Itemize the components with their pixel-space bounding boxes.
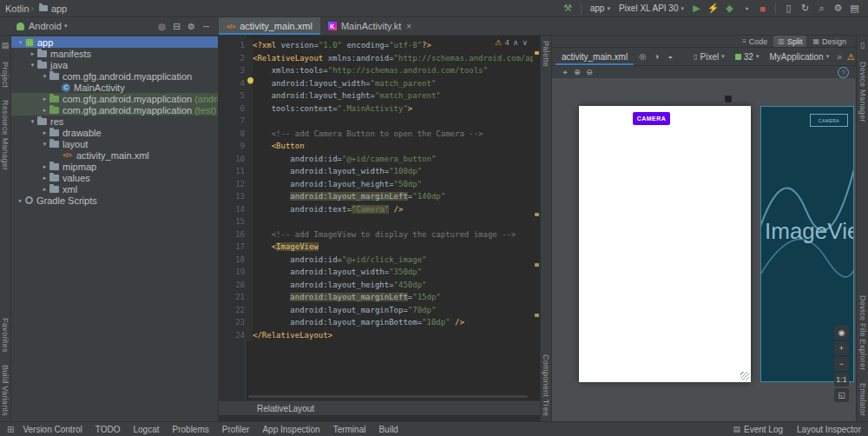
line-number[interactable]: 17 (219, 241, 253, 254)
line-number[interactable]: 11 (219, 165, 253, 178)
line-number[interactable]: 1 (219, 39, 253, 52)
tree-row-drawable[interactable]: ▸drawable (11, 127, 218, 138)
editor-tab-activity-main-xml[interactable]: </>activity_main.xml (219, 17, 320, 35)
status-build[interactable]: Build (378, 425, 398, 434)
zoom-out-tool-icon[interactable]: ⊖ (583, 67, 595, 77)
line-number[interactable]: 6 (219, 102, 253, 116)
stop-icon[interactable]: ■ (754, 1, 771, 16)
error-stripe[interactable] (534, 36, 540, 400)
tree-row-com-gfg-android-myapplication-androidtest[interactable]: ▸com.gfg.android.myapplication(androidTe… (11, 93, 218, 104)
editor-tab-mainactivity-kt[interactable]: KMainActivity.kt× (320, 17, 419, 35)
mode-code[interactable]: ≡Code (738, 36, 772, 47)
tool-tab-emulator[interactable]: Emulator (858, 383, 867, 416)
locate-file-icon[interactable]: ◎ (155, 19, 169, 34)
tree-row-java[interactable]: ▾java (11, 59, 218, 70)
line-number[interactable]: 2 (219, 52, 253, 65)
system-ui-icon[interactable]: ◒ (663, 50, 677, 64)
tool-tab-device-file-explorer[interactable]: Device File Explorer (858, 295, 867, 371)
intention-bulb-icon[interactable] (247, 77, 253, 83)
project-view-selector[interactable]: Android (29, 21, 62, 31)
code-editor[interactable]: 1<?xml version="1.0" encoding="utf-8"?>2… (219, 36, 540, 400)
line-number[interactable]: 12 (219, 178, 253, 191)
design-theme-select[interactable]: MyApplication ▾ (765, 50, 833, 64)
tool-windows-toggle-icon[interactable]: ⊞ (7, 425, 14, 434)
profiler-icon[interactable]: ◔ (738, 1, 754, 16)
breadcrumb-module[interactable]: app (51, 3, 67, 14)
overflow-icon[interactable]: » (837, 52, 842, 62)
pointer-icon[interactable]: ⌖ (559, 67, 571, 77)
line-number[interactable]: 16 (219, 228, 253, 241)
line-number[interactable]: 21 (219, 291, 253, 304)
notifications-icon[interactable]: ▤ (846, 1, 863, 16)
tree-row-layout[interactable]: ▾layout (11, 138, 218, 149)
zoom-out-icon[interactable]: − (834, 357, 849, 371)
tool-tab-project[interactable]: Project (1, 62, 10, 88)
run-icon[interactable]: ▶ (688, 1, 705, 16)
night-mode-icon[interactable]: ◑ (649, 50, 663, 64)
line-number[interactable]: 19 (219, 266, 253, 279)
project-tree[interactable]: ▾app▸manifests▾java▾com.gfg.android.myap… (11, 36, 219, 421)
design-surface[interactable]: CAMERA CAMERA ImageView ◉+−1:1◱ (552, 78, 856, 421)
zoom-in-icon[interactable]: + (834, 341, 849, 355)
line-number[interactable]: 7 (219, 115, 253, 128)
camera-button-preview[interactable]: CAMERA (633, 112, 670, 125)
zoom-reset-icon[interactable]: 1:1 (834, 373, 849, 386)
line-number[interactable]: 5 (219, 89, 253, 102)
status-version-control[interactable]: Version Control (23, 425, 82, 434)
status-logcat[interactable]: Logcat (133, 425, 159, 434)
status-problems[interactable]: Problems (173, 425, 209, 434)
tree-row-xml[interactable]: ▸xml (11, 183, 218, 195)
line-number[interactable]: 3 (219, 64, 253, 77)
line-number[interactable]: 24 (219, 329, 253, 342)
horizontal-scrollbar[interactable] (248, 395, 528, 398)
tree-row-gradle-scripts[interactable]: ▸Gradle Scripts (11, 195, 218, 206)
tree-row-manifests[interactable]: ▸manifests (11, 48, 218, 59)
run-config-select[interactable]: app ▾ (586, 1, 615, 16)
tree-row-mipmap[interactable]: ▸mipmap (11, 161, 218, 172)
line-number[interactable]: 20 (219, 279, 253, 292)
status-layout-inspector[interactable]: Layout Inspector (797, 425, 861, 434)
device-manager-icon[interactable]: ▯ (780, 1, 797, 16)
collapse-all-icon[interactable]: ⊟ (169, 19, 184, 34)
line-number[interactable]: 10 (219, 153, 253, 166)
zoom-fit-icon[interactable]: ◱ (834, 388, 849, 402)
inspections-widget[interactable]: ⚠ 4 ∧ ∨ (495, 38, 528, 47)
settings-gear-icon[interactable]: ⚙ (830, 1, 846, 16)
design-api-select[interactable]: 32 ▾ (731, 50, 764, 64)
line-number[interactable]: 18 (219, 254, 253, 267)
status-terminal[interactable]: Terminal (333, 425, 366, 434)
line-number[interactable]: 8 (219, 128, 253, 141)
tool-tab-device-manager[interactable]: Device Manager (858, 62, 867, 122)
sync-project-icon[interactable]: ↻ (797, 1, 813, 16)
apply-changes-icon[interactable]: ⚡ (705, 1, 721, 16)
tree-row-values[interactable]: ▸values (11, 172, 218, 183)
panel-options-icon[interactable]: ⚙ (184, 19, 199, 34)
design-device-screen[interactable]: CAMERA (579, 106, 751, 382)
tree-row-mainactivity[interactable]: MainActivity (11, 82, 218, 93)
camera-button-blueprint[interactable]: CAMERA (810, 114, 848, 127)
design-file-tab[interactable]: activity_main.xml (556, 48, 634, 65)
view-options-icon[interactable]: ◎ (635, 50, 649, 64)
mode-split[interactable]: ▥Split (773, 36, 806, 47)
pan-icon[interactable]: ◉ (834, 326, 849, 340)
device-select[interactable]: Pixel XL API 30 ▾ (615, 1, 688, 16)
line-number[interactable]: 14 (219, 203, 253, 216)
status-todo[interactable]: TODO (95, 425, 121, 434)
line-number[interactable]: 9 (219, 140, 253, 153)
line-number[interactable]: 13 (219, 190, 253, 203)
line-number[interactable]: 23 (219, 316, 253, 329)
line-number[interactable]: 22 (219, 304, 253, 317)
prev-issue-icon[interactable]: ∧ (513, 38, 519, 47)
next-issue-icon[interactable]: ∨ (522, 38, 528, 47)
status-profiler[interactable]: Profiler (222, 425, 250, 434)
status-app-inspection[interactable]: App Inspection (262, 425, 319, 434)
design-device-select[interactable]: ▯ Pixel ▾ (689, 50, 729, 64)
tree-row-activity-main-xml[interactable]: activity_main.xml (11, 149, 218, 161)
hide-panel-icon[interactable]: ─ (199, 19, 214, 34)
help-icon[interactable]: ? (838, 67, 849, 78)
tree-row-com-gfg-android-myapplication[interactable]: ▾com.gfg.android.myapplication (11, 70, 218, 82)
tool-tab-palette[interactable]: Palette (542, 41, 550, 67)
tool-tab-build-variants[interactable]: Build Variants (1, 365, 10, 416)
tool-tab-component-tree[interactable]: Component Tree (542, 354, 550, 416)
debug-icon[interactable]: ◆ (721, 1, 738, 16)
